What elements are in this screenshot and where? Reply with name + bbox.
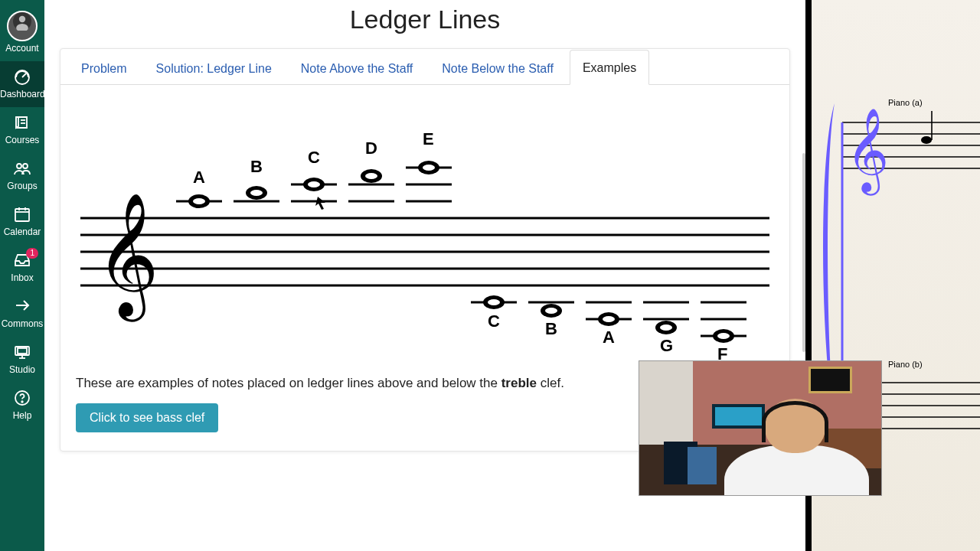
calendar-icon	[13, 205, 31, 223]
toggle-clef-button[interactable]: Click to see bass clef	[76, 403, 218, 432]
stave-label-b: Piano (b)	[888, 360, 923, 369]
svg-rect-8	[15, 209, 29, 221]
svg-text:A: A	[193, 168, 205, 187]
dashboard-icon	[13, 67, 31, 86]
groups-icon	[13, 159, 31, 178]
avatar-icon	[7, 11, 38, 41]
caption-post: clef.	[537, 376, 564, 390]
tab-examples[interactable]: Examples	[570, 50, 649, 85]
nav-label: Commons	[2, 318, 44, 329]
note-below-C: C	[471, 295, 517, 331]
nav-item-help[interactable]: Help	[0, 383, 44, 429]
stave-label-a: Piano (a)	[888, 98, 923, 107]
note-above-C: C	[291, 148, 337, 201]
svg-point-1	[19, 16, 25, 22]
tab-solution[interactable]: Solution: Ledger Line	[143, 50, 285, 85]
nav-label: Calendar	[4, 227, 41, 237]
courses-icon	[13, 113, 31, 132]
svg-point-61	[603, 316, 615, 322]
nav-label: Help	[13, 410, 32, 421]
nav-item-courses[interactable]: Courses	[0, 107, 44, 153]
nav-label: Groups	[7, 181, 37, 191]
treble-clef-icon: 𝄞	[846, 109, 889, 196]
nav-label: Courses	[5, 135, 40, 145]
note-above-A: A	[176, 168, 222, 208]
svg-rect-16	[18, 348, 27, 354]
svg-text:B: B	[250, 157, 263, 176]
tab-problem[interactable]: Problem	[68, 50, 140, 85]
page-title: Ledger Lines	[60, 5, 790, 34]
svg-point-7	[23, 164, 28, 168]
treble-staff-svg: 𝄞 A B C	[68, 103, 782, 364]
svg-point-6	[17, 164, 21, 168]
note-below-G: G	[643, 302, 689, 355]
tab-bar: Problem Solution: Ledger Line Note Above…	[60, 49, 789, 85]
caption-bold: treble	[501, 376, 537, 390]
nav-item-inbox[interactable]: 1 Inbox	[0, 245, 44, 291]
svg-point-72	[717, 333, 730, 339]
inbox-badge: 1	[26, 248, 38, 259]
note-below-A: A	[586, 302, 632, 347]
note-above-D: D	[348, 139, 394, 201]
nav-label: Inbox	[11, 272, 33, 283]
note-above-E: E	[406, 129, 452, 201]
caption-pre: These are examples of notes placed on le…	[76, 376, 501, 390]
staff-example: 𝄞 A B C	[60, 85, 789, 371]
svg-point-79	[921, 136, 932, 144]
global-nav: Account Dashboard Courses Groups Calenda…	[0, 0, 44, 551]
svg-point-56	[545, 308, 557, 314]
nav-label: Account	[5, 43, 38, 54]
svg-point-52	[488, 299, 500, 305]
nav-label: Studio	[9, 364, 35, 375]
help-icon	[13, 389, 31, 407]
treble-clef-icon: 𝄞	[96, 194, 159, 322]
studio-icon	[13, 343, 31, 361]
nav-item-calendar[interactable]: Calendar	[0, 199, 44, 245]
svg-point-28	[193, 198, 205, 204]
nav-item-studio[interactable]: Studio	[0, 337, 44, 383]
svg-text:G: G	[660, 336, 673, 355]
nav-item-dashboard[interactable]: Dashboard	[0, 61, 44, 107]
svg-text:C: C	[308, 148, 320, 167]
note-below-F: F	[701, 302, 746, 364]
svg-text:C: C	[488, 311, 500, 331]
tab-above[interactable]: Note Above the Staff	[288, 50, 426, 85]
nav-item-account[interactable]: Account	[0, 0, 44, 61]
svg-text:E: E	[423, 129, 434, 148]
nav-item-commons[interactable]: Commons	[0, 291, 44, 337]
cursor-icon	[315, 197, 325, 210]
tab-below[interactable]: Note Below the Staff	[429, 50, 567, 85]
svg-point-37	[308, 181, 320, 187]
svg-text:D: D	[365, 139, 377, 158]
svg-text:B: B	[545, 319, 557, 338]
svg-point-42	[365, 173, 377, 179]
nav-label: Dashboard	[0, 89, 45, 99]
svg-point-48	[423, 165, 435, 171]
svg-point-20	[21, 401, 23, 403]
nav-item-groups[interactable]: Groups	[0, 153, 44, 199]
webcam-overlay	[639, 360, 882, 496]
svg-text:A: A	[603, 328, 615, 347]
note-below-B: B	[528, 302, 574, 338]
note-above-B: B	[234, 157, 279, 201]
svg-point-66	[660, 324, 672, 331]
commons-icon	[13, 297, 31, 315]
svg-point-32	[250, 190, 263, 196]
